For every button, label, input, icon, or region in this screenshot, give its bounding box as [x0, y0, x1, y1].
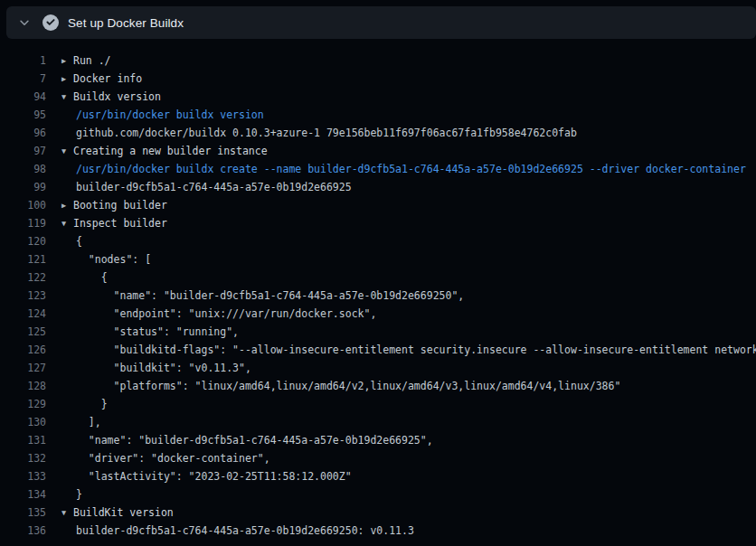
group-toggle-icon[interactable]: ▶ — [61, 196, 73, 214]
chevron-down-icon[interactable] — [18, 16, 31, 29]
log-lines: 1 ▶ Run ./ 7 ▶ Docker info 94 ▼ Buildx v… — [0, 52, 756, 540]
line-number[interactable]: 127 — [0, 359, 46, 377]
log-text: "name": "builder-d9cfb5a1-c764-445a-a57e… — [76, 287, 464, 305]
log-line: 127 "buildkit": "v0.11.3", — [0, 359, 756, 377]
line-number[interactable]: 123 — [0, 287, 46, 305]
log-text: { — [76, 232, 82, 250]
log-text: } — [76, 395, 108, 413]
line-number[interactable]: 7 — [0, 70, 46, 88]
line-number[interactable]: 119 — [0, 214, 46, 232]
log-text: builder-d9cfb5a1-c764-445a-a57e-0b19d2e6… — [76, 178, 352, 196]
log-line: 131 "name": "builder-d9cfb5a1-c764-445a-… — [0, 431, 756, 449]
log-text: "status": "running", — [76, 323, 239, 341]
log-group-row[interactable]: 1 ▶ Run ./ — [0, 52, 756, 70]
log-line: 124 "endpoint": "unix:///var/run/docker.… — [0, 305, 756, 323]
log-text: BuildKit version — [73, 504, 174, 522]
line-number[interactable]: 100 — [0, 196, 46, 214]
log-text: Docker info — [73, 70, 142, 88]
line-number[interactable]: 133 — [0, 467, 46, 485]
line-number[interactable]: 130 — [0, 413, 46, 431]
log-text: } — [76, 485, 82, 504]
line-number[interactable]: 126 — [0, 341, 46, 359]
line-number[interactable]: 99 — [0, 178, 46, 196]
log-text: /usr/bin/docker buildx create --name bui… — [76, 160, 746, 178]
group-toggle-icon[interactable]: ▼ — [61, 504, 73, 522]
line-number[interactable]: 128 — [0, 377, 46, 395]
log-text: "platforms": "linux/amd64,linux/amd64/v2… — [76, 377, 620, 395]
log-line: 121 "nodes": [ — [0, 250, 756, 268]
log-line: 128 "platforms": "linux/amd64,linux/amd6… — [0, 377, 756, 395]
line-number[interactable]: 121 — [0, 250, 46, 268]
log-line: 120 { — [0, 232, 756, 250]
group-toggle-icon[interactable]: ▶ — [61, 52, 73, 70]
line-number[interactable]: 131 — [0, 431, 46, 449]
log-group-row[interactable]: 94 ▼ Buildx version — [0, 88, 756, 106]
group-toggle-icon[interactable]: ▶ — [61, 70, 73, 88]
log-text: ], — [76, 413, 101, 431]
log-line: 133 "lastActivity": "2023-02-25T11:58:12… — [0, 467, 756, 485]
group-toggle-icon[interactable]: ▼ — [61, 214, 73, 232]
step-title: Set up Docker Buildx — [68, 16, 184, 30]
check-circle-icon — [43, 14, 59, 31]
line-number[interactable]: 97 — [0, 142, 46, 160]
log-group-row[interactable]: 7 ▶ Docker info — [0, 70, 756, 88]
log-line: 126 "buildkitd-flags": "--allow-insecure… — [0, 341, 756, 359]
line-number[interactable]: 1 — [0, 52, 46, 70]
group-toggle-icon[interactable]: ▼ — [61, 142, 73, 160]
log-line: 123 "name": "builder-d9cfb5a1-c764-445a-… — [0, 287, 756, 305]
log-text: Creating a new builder instance — [73, 142, 268, 160]
log-line: 130 ], — [0, 413, 756, 431]
log-text: /usr/bin/docker buildx version — [76, 106, 264, 124]
log-line: 122 { — [0, 268, 756, 287]
line-number[interactable]: 136 — [0, 522, 46, 540]
log-group-row[interactable]: 100 ▶ Booting builder — [0, 196, 756, 214]
log-group-row[interactable]: 97 ▼ Creating a new builder instance — [0, 142, 756, 160]
line-number[interactable]: 95 — [0, 106, 46, 124]
log-line: 95 /usr/bin/docker buildx version — [0, 106, 756, 124]
line-number[interactable]: 96 — [0, 124, 46, 142]
log-text: Run ./ — [73, 52, 111, 70]
line-number[interactable]: 135 — [0, 504, 46, 522]
log-text: { — [76, 268, 108, 287]
log-text: Buildx version — [73, 88, 161, 106]
line-number[interactable]: 98 — [0, 160, 46, 178]
log-text: Inspect builder — [73, 214, 167, 232]
line-number[interactable]: 125 — [0, 323, 46, 341]
log-text: "driver": "docker-container", — [76, 449, 270, 467]
log-text: Booting builder — [73, 196, 167, 214]
line-number[interactable]: 120 — [0, 232, 46, 250]
step-header[interactable]: Set up Docker Buildx — [6, 6, 756, 39]
log-line: 132 "driver": "docker-container", — [0, 449, 756, 467]
log-group-row[interactable]: 135 ▼ BuildKit version — [0, 504, 756, 522]
log-line: 99 builder-d9cfb5a1-c764-445a-a57e-0b19d… — [0, 178, 756, 196]
log-text: "buildkitd-flags": "--allow-insecure-ent… — [76, 341, 756, 359]
log-text: "name": "builder-d9cfb5a1-c764-445a-a57e… — [76, 431, 433, 449]
log-text: "lastActivity": "2023-02-25T11:58:12.000… — [76, 467, 352, 485]
log-line: 134 } — [0, 485, 756, 504]
line-number[interactable]: 124 — [0, 305, 46, 323]
group-toggle-icon[interactable]: ▼ — [61, 88, 73, 106]
log-text: github.com/docker/buildx 0.10.3+azure-1 … — [76, 124, 577, 142]
log-line: 136 builder-d9cfb5a1-c764-445a-a57e-0b19… — [0, 522, 756, 540]
line-number[interactable]: 129 — [0, 395, 46, 413]
line-number[interactable]: 132 — [0, 449, 46, 467]
log-line: 125 "status": "running", — [0, 323, 756, 341]
log-line: 129 } — [0, 395, 756, 413]
log-text: builder-d9cfb5a1-c764-445a-a57e-0b19d2e6… — [76, 522, 414, 540]
log-text: "endpoint": "unix:///var/run/docker.sock… — [76, 305, 376, 323]
line-number[interactable]: 94 — [0, 88, 46, 106]
log-group-row[interactable]: 119 ▼ Inspect builder — [0, 214, 756, 232]
log-text: "nodes": [ — [76, 250, 151, 268]
log-line: 98 /usr/bin/docker buildx create --name … — [0, 160, 756, 178]
workflow-log-panel: Set up Docker Buildx 1 ▶ Run ./ 7 ▶ Dock… — [0, 0, 756, 546]
line-number[interactable]: 122 — [0, 268, 46, 287]
line-number[interactable]: 134 — [0, 485, 46, 504]
log-text: "buildkit": "v0.11.3", — [76, 359, 251, 377]
log-line: 96 github.com/docker/buildx 0.10.3+azure… — [0, 124, 756, 142]
